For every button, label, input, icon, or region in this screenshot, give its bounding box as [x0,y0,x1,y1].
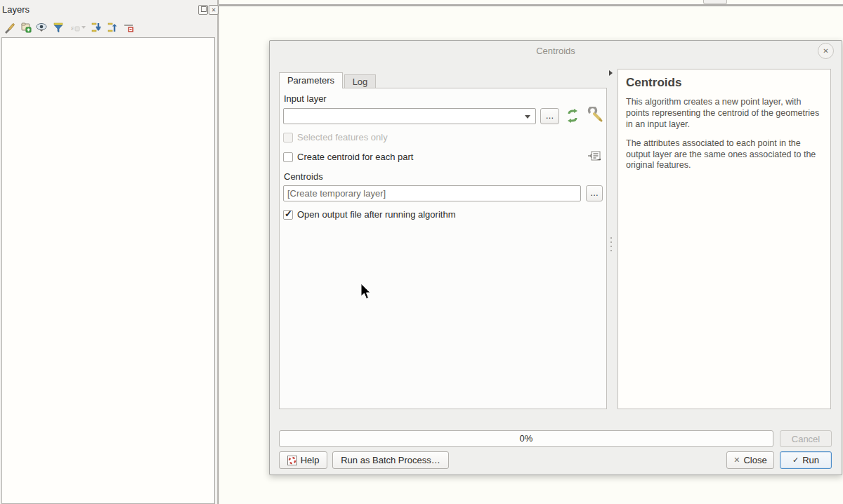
run-check-icon: ✓ [792,456,799,465]
collapse-help-panel-icon[interactable] [609,70,613,76]
close-panel-icon[interactable]: ✕ [209,5,218,15]
create-centroid-checkbox-row[interactable]: Create centroid for each part [283,152,413,162]
chevron-down-icon [525,115,530,119]
close-x-icon: ✕ [733,456,740,465]
help-heading: Centroids [626,76,823,90]
float-panel-icon[interactable] [198,5,208,15]
filter-legend-icon[interactable] [51,20,65,34]
layers-panel-title: Layers [2,4,30,15]
mouse-cursor [360,283,373,304]
iterate-over-layer-icon[interactable] [565,108,580,126]
output-browse-button[interactable]: … [586,185,603,201]
layers-panel-titlebar: Layers ✕ [0,3,217,18]
tab-parameters[interactable]: Parameters [279,72,343,88]
open-output-checkbox[interactable] [283,210,293,220]
remove-layer-icon[interactable] [122,20,136,34]
layers-panel: Layers ✕ ε [0,0,217,504]
layers-list[interactable] [1,37,215,504]
partial-toolbar-button[interactable] [703,0,727,4]
filter-legend-by-expression-icon[interactable]: ε [67,20,87,34]
algorithm-help-panel: Centroids This algorithm creates a new p… [617,69,831,409]
help-button[interactable]: Help [279,451,327,469]
cancel-button[interactable]: Cancel [780,430,832,447]
create-centroid-label: Create centroid for each part [297,152,413,162]
close-button[interactable]: ✕ Close [726,451,774,469]
close-icon: ✕ [823,47,828,55]
data-defined-override-icon[interactable] [587,150,602,166]
open-output-label: Open output file after running algorithm [297,209,455,220]
run-button-label: Run [802,455,819,465]
create-centroid-checkbox[interactable] [283,152,293,162]
output-label: Centroids [284,171,323,182]
parameters-panel: Input layer … Selected features only Cre… [279,88,607,409]
centroids-dialog: Centroids ✕ Parameters Log Input layer …… [269,40,842,475]
selected-features-checkbox-row[interactable]: Selected features only [283,132,388,142]
tab-log[interactable]: Log [344,74,376,88]
add-group-icon[interactable] [19,20,33,34]
splitter-handle[interactable] [610,237,612,251]
expand-all-icon[interactable] [89,20,103,34]
help-paragraph: The attributes associated to each point … [626,138,823,172]
run-button[interactable]: ✓ Run [780,451,832,469]
selected-features-label: Selected features only [297,132,388,142]
dialog-close-button[interactable]: ✕ [818,43,834,59]
run-as-batch-button[interactable]: Run as Batch Process… [332,451,449,469]
svg-text:ε: ε [71,23,74,32]
dialog-title: Centroids [270,46,842,56]
open-output-checkbox-row[interactable]: Open output file after running algorithm [283,209,455,220]
progress-bar: 0% [279,430,773,447]
input-layer-browse-button[interactable]: … [540,108,559,124]
output-field[interactable]: [Create temporary layer] [283,185,581,201]
close-button-label: Close [743,455,766,465]
selected-features-checkbox[interactable] [283,133,293,142]
help-paragraph: This algorithm creates a new point layer… [626,97,823,131]
open-layer-styling-icon[interactable] [3,20,17,34]
manage-map-themes-icon[interactable] [35,20,49,34]
advanced-options-wrench-icon[interactable] [587,107,604,126]
help-lifebuoy-icon [287,456,297,465]
input-layer-label: Input layer [284,93,327,104]
layers-toolbar: ε [3,20,136,34]
help-button-label: Help [301,455,320,465]
collapse-all-icon[interactable] [105,20,119,34]
input-layer-combobox[interactable] [283,108,536,124]
